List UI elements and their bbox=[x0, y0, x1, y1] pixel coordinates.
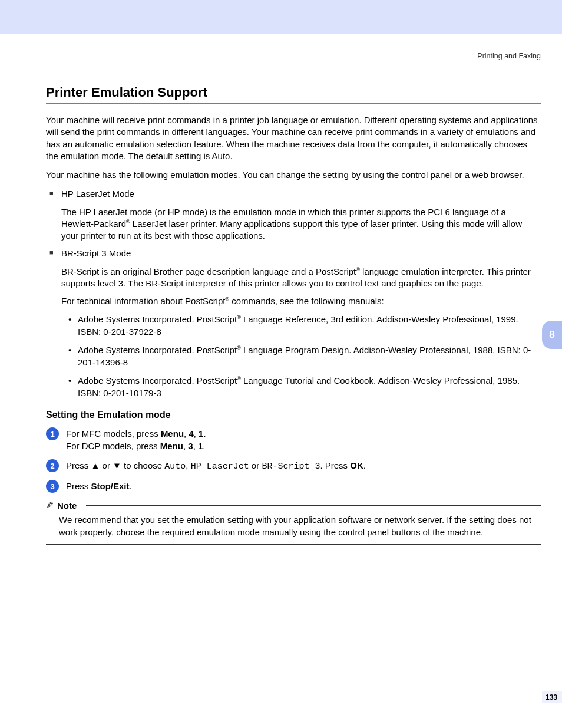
step-1: 1 For MFC models, press Menu, 4, 1. For … bbox=[46, 427, 541, 452]
chapter-tab: 8 bbox=[542, 321, 562, 349]
mode-hp-laserjet: HP LaserJet Mode The HP LaserJet mode (o… bbox=[49, 188, 541, 242]
reference-list: Adobe Systems Incorporated. PostScript® … bbox=[68, 313, 541, 399]
step-1-text: For MFC models, press Menu, 4, 1. For DC… bbox=[66, 427, 206, 452]
note-body: We recommend that you set the emulation … bbox=[59, 514, 541, 538]
subheading-setting-emulation: Setting the Emulation mode bbox=[46, 410, 541, 420]
mode-br-info: For technical information about PostScri… bbox=[61, 295, 541, 307]
note-rule-bottom bbox=[46, 544, 541, 545]
down-arrow-icon: ▼ bbox=[113, 460, 121, 470]
step-3: 3 Press Stop/Exit. bbox=[46, 480, 541, 493]
reference-1: Adobe Systems Incorporated. PostScript® … bbox=[68, 313, 541, 338]
step-3-text: Press Stop/Exit. bbox=[66, 480, 132, 492]
mode-br-body: BR-Script is an original Brother page de… bbox=[61, 266, 541, 290]
mode-br-title: BR-Script 3 Mode bbox=[61, 248, 131, 258]
page-body: Printing and Faxing Printer Emulation Su… bbox=[0, 34, 562, 728]
reference-3: Adobe Systems Incorporated. PostScript® … bbox=[68, 374, 541, 399]
step-badge-1: 1 bbox=[46, 427, 59, 440]
mode-br-script: BR-Script 3 Mode BR-Script is an origina… bbox=[49, 248, 541, 399]
note-pencil-icon: ✎ bbox=[46, 500, 54, 510]
mode-hp-body: The HP LaserJet mode (or HP mode) is the… bbox=[61, 206, 541, 242]
up-arrow-icon: ▲ bbox=[91, 460, 100, 470]
page-number: 133 bbox=[542, 691, 562, 703]
registered-icon: ® bbox=[237, 375, 241, 381]
top-banner bbox=[0, 0, 562, 34]
intro-paragraph-1: Your machine will receive print commands… bbox=[46, 114, 541, 162]
note-rule-top bbox=[86, 505, 541, 506]
emulation-mode-list: HP LaserJet Mode The HP LaserJet mode (o… bbox=[49, 188, 541, 399]
intro-paragraph-2: Your machine has the following emulation… bbox=[46, 169, 541, 181]
step-2-text: Press ▲ or ▼ to choose Auto, HP LaserJet… bbox=[66, 459, 366, 473]
registered-icon: ® bbox=[237, 345, 241, 351]
note-block: ✎ Note We recommend that you set the emu… bbox=[46, 500, 541, 545]
note-label: Note bbox=[57, 500, 77, 510]
registered-icon: ® bbox=[356, 266, 360, 272]
registered-icon: ® bbox=[237, 314, 241, 320]
step-badge-3: 3 bbox=[46, 480, 59, 493]
step-2: 2 Press ▲ or ▼ to choose Auto, HP LaserJ… bbox=[46, 459, 541, 473]
section-title: Printer Emulation Support bbox=[46, 85, 541, 100]
mode-hp-title: HP LaserJet Mode bbox=[61, 189, 134, 199]
step-badge-2: 2 bbox=[46, 459, 59, 472]
note-header: ✎ Note bbox=[46, 500, 541, 510]
reference-2: Adobe Systems Incorporated. PostScript® … bbox=[68, 344, 541, 368]
registered-icon: ® bbox=[126, 219, 130, 225]
running-header: Printing and Faxing bbox=[46, 52, 541, 60]
title-rule bbox=[46, 103, 541, 104]
